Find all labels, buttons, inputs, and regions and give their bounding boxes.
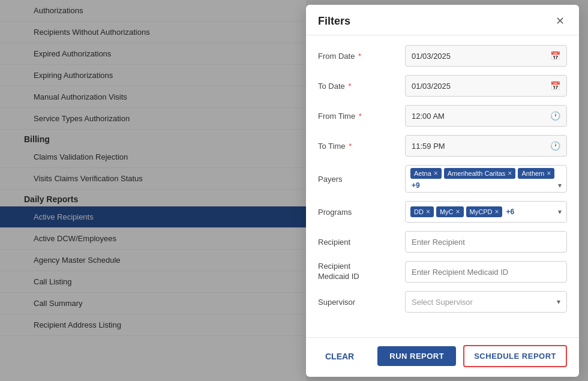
programs-dropdown-arrow[interactable]: ▾	[558, 208, 562, 216]
recipient-medicaid-text-input[interactable]	[412, 268, 560, 277]
from-date-value: 01/03/2025	[412, 52, 451, 61]
required-indicator: *	[347, 142, 352, 151]
supervisor-row: Supervisor Select Supervisor ▾	[318, 291, 567, 313]
recipient-row: Recipient	[318, 231, 567, 253]
remove-dd[interactable]: ×	[426, 208, 430, 216]
supervisor-select[interactable]: Select Supervisor ▾	[405, 291, 567, 313]
modal-body: From Date * 01/03/2025 📅 To Date * 01/03…	[306, 35, 579, 337]
from-date-label: From Date *	[318, 52, 405, 61]
to-time-label: To Time *	[318, 142, 405, 151]
recipient-medicaid-label: RecipientMedicaid ID	[318, 262, 405, 282]
payer-tag-anthem: Anthem ×	[518, 168, 554, 179]
required-indicator: *	[356, 52, 361, 61]
schedule-report-button[interactable]: SCHEDULE REPORT	[463, 345, 567, 367]
to-date-label: To Date *	[318, 82, 405, 91]
payers-dropdown-arrow[interactable]: ▾	[558, 181, 562, 190]
to-time-input[interactable]: 11:59 PM 🕐	[405, 135, 567, 157]
remove-aetna[interactable]: ×	[434, 169, 438, 178]
remove-mycpd[interactable]: ×	[494, 208, 499, 216]
to-date-input[interactable]: 01/03/2025 📅	[405, 75, 567, 97]
program-tag-dd: DD ×	[410, 206, 434, 217]
run-report-button[interactable]: RUN REPORT	[377, 346, 456, 366]
from-date-input[interactable]: 01/03/2025 📅	[405, 45, 567, 67]
calendar-icon[interactable]: 📅	[550, 51, 560, 61]
recipient-text-input[interactable]	[412, 238, 560, 247]
supervisor-dropdown-arrow[interactable]: ▾	[557, 298, 560, 306]
from-time-value: 12:00 AM	[412, 112, 445, 121]
programs-row: Programs DD × MyC × MyCPD × +6 ▾	[318, 201, 567, 223]
remove-myc[interactable]: ×	[456, 208, 460, 216]
to-time-row: To Time * 11:59 PM 🕐	[318, 135, 567, 157]
clock-icon[interactable]: 🕐	[550, 111, 560, 121]
payer-tag-amerihealth: Amerihealth Caritas ×	[444, 168, 516, 179]
payers-label: Payers	[318, 175, 405, 184]
recipient-medicaid-input[interactable]	[405, 261, 567, 283]
from-time-row: From Time * 12:00 AM 🕐	[318, 105, 567, 127]
programs-label: Programs	[318, 208, 405, 217]
modal-footer: CLEAR RUN REPORT SCHEDULE REPORT	[306, 337, 579, 377]
recipient-label: Recipient	[318, 238, 405, 247]
recipient-input[interactable]	[405, 231, 567, 253]
from-time-label: From Time *	[318, 112, 405, 121]
remove-amerihealth[interactable]: ×	[508, 169, 512, 178]
program-tag-myc: MyC ×	[436, 206, 464, 217]
to-time-value: 11:59 PM	[412, 142, 445, 151]
clear-button[interactable]: CLEAR	[318, 347, 361, 366]
programs-more: +6	[506, 208, 514, 216]
from-date-row: From Date * 01/03/2025 📅	[318, 45, 567, 67]
program-tag-mycpd: MyCPD ×	[466, 206, 503, 217]
to-date-row: To Date * 01/03/2025 📅	[318, 75, 567, 97]
modal-title: Filters	[318, 15, 350, 28]
programs-input[interactable]: DD × MyC × MyCPD × +6 ▾	[405, 201, 567, 223]
filters-modal: Filters ✕ From Date * 01/03/2025 📅 To Da…	[306, 5, 579, 377]
payers-more: +9	[412, 181, 420, 190]
clock-icon[interactable]: 🕐	[550, 141, 560, 151]
remove-anthem[interactable]: ×	[547, 169, 551, 178]
from-time-input[interactable]: 12:00 AM 🕐	[405, 105, 567, 127]
modal-header: Filters ✕	[306, 5, 579, 35]
payers-row: Payers Aetna × Amerihealth Caritas × Ant…	[318, 165, 567, 193]
recipient-medicaid-row: RecipientMedicaid ID	[318, 261, 567, 283]
to-date-value: 01/03/2025	[412, 82, 451, 91]
supervisor-placeholder: Select Supervisor	[412, 298, 473, 307]
close-button[interactable]: ✕	[553, 14, 567, 28]
calendar-icon[interactable]: 📅	[550, 81, 560, 91]
payer-tag-aetna: Aetna ×	[410, 168, 442, 179]
required-indicator: *	[346, 82, 352, 91]
supervisor-label: Supervisor	[318, 298, 405, 307]
payers-input[interactable]: Aetna × Amerihealth Caritas × Anthem × +…	[405, 165, 567, 193]
required-indicator: *	[356, 112, 362, 121]
